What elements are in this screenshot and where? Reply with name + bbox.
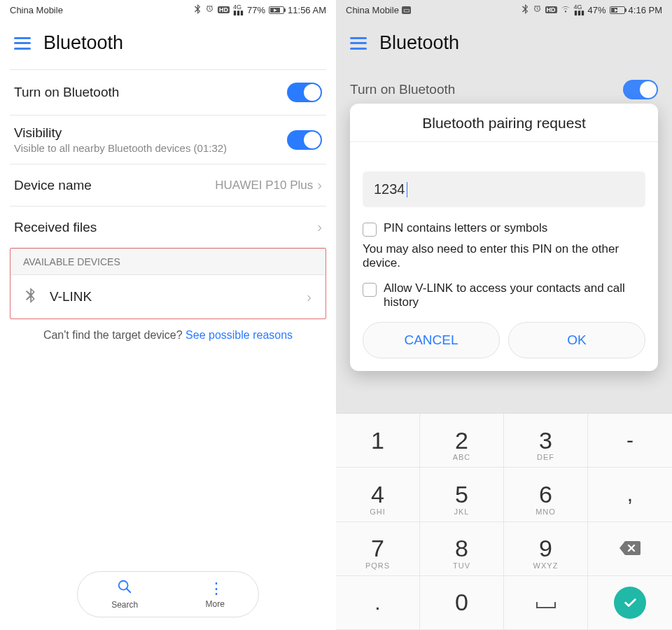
- backspace-icon: [618, 535, 642, 562]
- wifi-icon: [561, 5, 570, 15]
- row-label: Turn on Bluetooth: [14, 85, 119, 100]
- row-turn-on-bluetooth[interactable]: Turn on Bluetooth: [0, 70, 336, 115]
- carrier-label: China Mobile: [10, 5, 63, 15]
- cancel-button[interactable]: CANCEL: [363, 322, 500, 358]
- row-received-files[interactable]: Received files ›: [0, 206, 336, 248]
- app-header: Bluetooth: [0, 20, 336, 69]
- dialog-title: Bluetooth pairing request: [350, 104, 658, 142]
- key-5[interactable]: 5JKL: [420, 468, 504, 522]
- toggle-visibility[interactable]: [287, 130, 322, 150]
- screenshot-bluetooth-settings: China Mobile HD 4G▮▮▮ 77% ▸ 11:56 AM Blu…: [0, 0, 336, 630]
- chevron-right-icon: ›: [317, 177, 322, 193]
- hd-icon: HD: [545, 6, 557, 13]
- row-device-name[interactable]: Device name HUAWEI P10 Plus ›: [0, 164, 336, 206]
- chevron-right-icon: ›: [307, 289, 312, 305]
- key-2[interactable]: 2ABC: [420, 414, 504, 468]
- key-dash[interactable]: -: [588, 414, 672, 468]
- dialog-pairing-request: Bluetooth pairing request 1234 PIN conta…: [350, 104, 658, 371]
- bluetooth-icon: [24, 288, 38, 306]
- nav-more[interactable]: ⋮ More: [206, 580, 225, 609]
- search-icon: [117, 579, 132, 598]
- menu-icon[interactable]: [14, 37, 31, 50]
- row-label: Device name: [14, 178, 92, 193]
- row-label: Received files: [14, 220, 97, 235]
- page-title: Bluetooth: [379, 32, 459, 54]
- alarm-icon: [533, 4, 542, 15]
- device-row-vlink[interactable]: V-LINK ›: [10, 275, 326, 318]
- clock-label: 11:56 AM: [288, 5, 326, 15]
- highlight-box-available-device: AVAILABLE DEVICES V-LINK ›: [10, 248, 326, 319]
- key-4[interactable]: 4GHI: [336, 468, 420, 522]
- carrier-label: China Mobile: [346, 5, 399, 15]
- bluetooth-icon: [194, 4, 202, 16]
- checkbox-row-allow-contacts[interactable]: Allow V-LINK to access your contacts and…: [350, 279, 658, 312]
- link-see-possible-reasons[interactable]: See possible reasons: [186, 329, 293, 341]
- chevron-right-icon: ›: [317, 219, 322, 235]
- checkbox[interactable]: [363, 223, 377, 237]
- key-backspace[interactable]: [588, 522, 672, 576]
- key-8[interactable]: 8TUV: [420, 522, 504, 576]
- nav-search[interactable]: Search: [111, 579, 138, 610]
- battery-icon: ▸: [269, 6, 284, 14]
- key-9[interactable]: 9WXYZ: [504, 522, 588, 576]
- clock-label: 4:16 PM: [629, 5, 662, 15]
- alarm-icon: [205, 4, 214, 15]
- toggle-bluetooth: [623, 80, 658, 99]
- status-bar: China Mobile HD 4G▮▮▮ 77% ▸ 11:56 AM: [0, 0, 336, 20]
- dual-sim-icon: ▭: [402, 6, 411, 14]
- ok-button[interactable]: OK: [508, 322, 645, 358]
- section-available-devices: AVAILABLE DEVICES: [10, 248, 326, 275]
- dialog-note: You may also need to enter this PIN on t…: [350, 239, 658, 279]
- key-period[interactable]: .: [336, 576, 420, 630]
- device-name: V-LINK: [50, 289, 92, 304]
- row-label: Visibility: [14, 125, 227, 141]
- row-sublabel: Visible to all nearby Bluetooth devices …: [14, 142, 227, 154]
- menu-icon[interactable]: [350, 37, 367, 50]
- app-header: Bluetooth: [336, 20, 672, 69]
- battery-icon: ▸: [610, 6, 625, 14]
- bottom-pill-nav: Search ⋮ More: [77, 571, 259, 617]
- checkbox[interactable]: [363, 283, 377, 297]
- status-bar: China Mobile ▭ HD 4G▮▮▮ 47% ▸ 4:16 PM: [336, 0, 672, 20]
- pin-input[interactable]: 1234: [363, 172, 645, 207]
- key-7[interactable]: 7PQRS: [336, 522, 420, 576]
- device-name-value: HUAWEI P10 Plus: [215, 178, 313, 192]
- key-0[interactable]: 0: [420, 576, 504, 630]
- check-icon: [614, 587, 646, 619]
- row-visibility[interactable]: Visibility Visible to all nearby Bluetoo…: [0, 115, 336, 164]
- text-caret: [407, 182, 408, 197]
- hd-icon: HD: [218, 6, 230, 13]
- network-icon: 4G▮▮▮: [233, 4, 244, 15]
- svg-line-1: [127, 589, 131, 593]
- key-enter[interactable]: [588, 576, 672, 630]
- more-icon: ⋮: [209, 580, 222, 598]
- key-space[interactable]: [504, 576, 588, 630]
- key-6[interactable]: 6MNO: [504, 468, 588, 522]
- screenshot-bluetooth-pairing: China Mobile ▭ HD 4G▮▮▮ 47% ▸ 4:16 PM: [336, 0, 672, 630]
- key-3[interactable]: 3DEF: [504, 414, 588, 468]
- page-title: Bluetooth: [43, 32, 123, 54]
- network-icon: 4G▮▮▮: [574, 4, 584, 15]
- battery-percent: 77%: [247, 5, 265, 15]
- row-turn-on-bluetooth: Turn on Bluetooth: [336, 70, 672, 101]
- battery-percent: 47%: [588, 5, 606, 15]
- space-icon: [536, 589, 556, 616]
- key-1[interactable]: 1: [336, 414, 420, 468]
- numeric-keypad: 1 2ABC 3DEF - 4GHI 5JKL 6MNO , 7PQRS 8TU…: [336, 413, 672, 630]
- hint-text: Can't find the target device? See possib…: [0, 319, 336, 351]
- bluetooth-icon: [522, 4, 529, 16]
- key-comma[interactable]: ,: [588, 468, 672, 522]
- checkbox-row-pin-letters[interactable]: PIN contains letters or symbols: [350, 218, 658, 239]
- toggle-bluetooth[interactable]: [287, 83, 322, 102]
